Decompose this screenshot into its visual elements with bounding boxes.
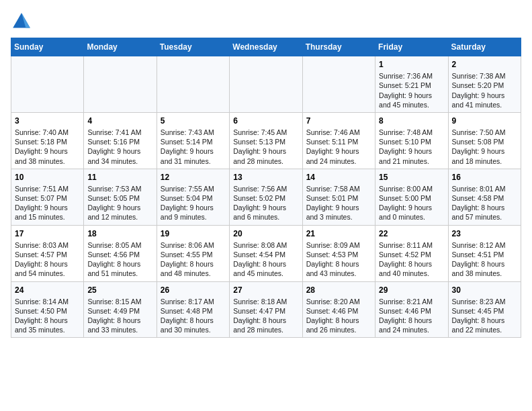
day-number: 27 bbox=[233, 285, 298, 295]
week-row-5: 24Sunrise: 8:14 AMSunset: 4:50 PMDayligh… bbox=[11, 281, 521, 338]
day-number: 11 bbox=[87, 172, 152, 183]
day-info: Sunrise: 8:21 AMSunset: 4:46 PMDaylight:… bbox=[379, 297, 444, 335]
day-info: Sunrise: 8:01 AMSunset: 4:58 PMDaylight:… bbox=[452, 184, 517, 222]
day-cell bbox=[230, 56, 302, 113]
day-number: 16 bbox=[452, 172, 517, 183]
header bbox=[11, 11, 521, 32]
day-info: Sunrise: 7:41 AMSunset: 5:16 PMDaylight:… bbox=[87, 128, 152, 166]
day-cell: 24Sunrise: 8:14 AMSunset: 4:50 PMDayligh… bbox=[11, 281, 84, 338]
day-number: 17 bbox=[15, 228, 80, 239]
day-cell: 5Sunrise: 7:43 AMSunset: 5:14 PMDaylight… bbox=[157, 112, 229, 169]
day-info: Sunrise: 7:53 AMSunset: 5:05 PMDaylight:… bbox=[87, 184, 152, 222]
day-cell: 19Sunrise: 8:06 AMSunset: 4:55 PMDayligh… bbox=[157, 225, 229, 281]
day-cell: 18Sunrise: 8:05 AMSunset: 4:56 PMDayligh… bbox=[84, 225, 157, 281]
day-cell: 29Sunrise: 8:21 AMSunset: 4:46 PMDayligh… bbox=[375, 281, 448, 338]
day-info: Sunrise: 7:56 AMSunset: 5:02 PMDaylight:… bbox=[233, 184, 298, 222]
day-number: 3 bbox=[15, 116, 80, 126]
day-number: 19 bbox=[161, 228, 226, 239]
day-info: Sunrise: 7:55 AMSunset: 5:04 PMDaylight:… bbox=[161, 184, 226, 222]
day-info: Sunrise: 8:09 AMSunset: 4:53 PMDaylight:… bbox=[306, 240, 371, 279]
day-cell bbox=[84, 56, 157, 113]
day-cell: 16Sunrise: 8:01 AMSunset: 4:58 PMDayligh… bbox=[448, 169, 521, 225]
day-info: Sunrise: 8:14 AMSunset: 4:50 PMDaylight:… bbox=[15, 297, 80, 335]
day-number: 22 bbox=[379, 228, 444, 239]
day-cell: 26Sunrise: 8:17 AMSunset: 4:48 PMDayligh… bbox=[157, 281, 229, 338]
day-cell: 20Sunrise: 8:08 AMSunset: 4:54 PMDayligh… bbox=[230, 225, 302, 281]
day-info: Sunrise: 7:45 AMSunset: 5:13 PMDaylight:… bbox=[233, 128, 298, 166]
day-cell bbox=[302, 56, 375, 113]
day-info: Sunrise: 7:38 AMSunset: 5:20 PMDaylight:… bbox=[452, 71, 517, 109]
day-cell: 23Sunrise: 8:12 AMSunset: 4:51 PMDayligh… bbox=[448, 225, 521, 281]
day-number: 12 bbox=[161, 172, 226, 183]
day-cell: 30Sunrise: 8:23 AMSunset: 4:45 PMDayligh… bbox=[448, 281, 521, 338]
day-cell: 1Sunrise: 7:36 AMSunset: 5:21 PMDaylight… bbox=[375, 56, 448, 113]
day-info: Sunrise: 7:36 AMSunset: 5:21 PMDaylight:… bbox=[379, 71, 444, 109]
day-info: Sunrise: 7:43 AMSunset: 5:14 PMDaylight:… bbox=[161, 128, 226, 166]
day-number: 28 bbox=[306, 285, 371, 295]
day-cell: 9Sunrise: 7:50 AMSunset: 5:08 PMDaylight… bbox=[448, 112, 521, 169]
day-number: 13 bbox=[233, 172, 298, 183]
day-info: Sunrise: 7:40 AMSunset: 5:18 PMDaylight:… bbox=[15, 128, 80, 166]
day-number: 5 bbox=[161, 116, 226, 126]
day-cell: 21Sunrise: 8:09 AMSunset: 4:53 PMDayligh… bbox=[302, 225, 375, 281]
day-number: 24 bbox=[15, 285, 80, 295]
day-number: 8 bbox=[379, 116, 444, 126]
day-number: 15 bbox=[379, 172, 444, 183]
day-cell: 6Sunrise: 7:45 AMSunset: 5:13 PMDaylight… bbox=[230, 112, 302, 169]
day-info: Sunrise: 8:11 AMSunset: 4:52 PMDaylight:… bbox=[379, 240, 444, 279]
day-cell: 8Sunrise: 7:48 AMSunset: 5:10 PMDaylight… bbox=[375, 112, 448, 169]
day-info: Sunrise: 7:50 AMSunset: 5:08 PMDaylight:… bbox=[452, 128, 517, 166]
day-info: Sunrise: 8:23 AMSunset: 4:45 PMDaylight:… bbox=[452, 297, 517, 335]
day-cell: 4Sunrise: 7:41 AMSunset: 5:16 PMDaylight… bbox=[84, 112, 157, 169]
day-number: 9 bbox=[452, 116, 517, 126]
day-info: Sunrise: 7:58 AMSunset: 5:01 PMDaylight:… bbox=[306, 184, 371, 222]
day-info: Sunrise: 8:06 AMSunset: 4:55 PMDaylight:… bbox=[161, 240, 226, 279]
day-info: Sunrise: 7:51 AMSunset: 5:07 PMDaylight:… bbox=[15, 184, 80, 222]
col-header-thursday: Thursday bbox=[302, 38, 375, 56]
day-cell: 28Sunrise: 8:20 AMSunset: 4:46 PMDayligh… bbox=[302, 281, 375, 338]
week-row-1: 1Sunrise: 7:36 AMSunset: 5:21 PMDaylight… bbox=[11, 56, 521, 113]
day-number: 14 bbox=[306, 172, 371, 183]
col-header-sunday: Sunday bbox=[11, 38, 84, 56]
day-cell: 12Sunrise: 7:55 AMSunset: 5:04 PMDayligh… bbox=[157, 169, 229, 225]
day-cell bbox=[11, 56, 84, 113]
day-cell: 10Sunrise: 7:51 AMSunset: 5:07 PMDayligh… bbox=[11, 169, 84, 225]
day-info: Sunrise: 8:18 AMSunset: 4:47 PMDaylight:… bbox=[233, 297, 298, 335]
day-cell: 27Sunrise: 8:18 AMSunset: 4:47 PMDayligh… bbox=[230, 281, 302, 338]
day-info: Sunrise: 8:15 AMSunset: 4:49 PMDaylight:… bbox=[87, 297, 152, 335]
logo-icon bbox=[11, 11, 32, 32]
day-number: 2 bbox=[452, 59, 517, 70]
day-cell: 13Sunrise: 7:56 AMSunset: 5:02 PMDayligh… bbox=[230, 169, 302, 225]
col-header-monday: Monday bbox=[84, 38, 157, 56]
day-cell: 17Sunrise: 8:03 AMSunset: 4:57 PMDayligh… bbox=[11, 225, 84, 281]
logo bbox=[11, 11, 35, 32]
col-header-saturday: Saturday bbox=[448, 38, 521, 56]
day-number: 23 bbox=[452, 228, 517, 239]
day-cell: 11Sunrise: 7:53 AMSunset: 5:05 PMDayligh… bbox=[84, 169, 157, 225]
day-number: 7 bbox=[306, 116, 371, 126]
week-row-3: 10Sunrise: 7:51 AMSunset: 5:07 PMDayligh… bbox=[11, 169, 521, 225]
day-info: Sunrise: 8:00 AMSunset: 5:00 PMDaylight:… bbox=[379, 184, 444, 222]
col-header-tuesday: Tuesday bbox=[157, 38, 229, 56]
day-info: Sunrise: 8:17 AMSunset: 4:48 PMDaylight:… bbox=[161, 297, 226, 335]
day-info: Sunrise: 8:12 AMSunset: 4:51 PMDaylight:… bbox=[452, 240, 517, 279]
day-cell: 25Sunrise: 8:15 AMSunset: 4:49 PMDayligh… bbox=[84, 281, 157, 338]
day-number: 21 bbox=[306, 228, 371, 239]
day-info: Sunrise: 8:08 AMSunset: 4:54 PMDaylight:… bbox=[233, 240, 298, 279]
day-info: Sunrise: 8:03 AMSunset: 4:57 PMDaylight:… bbox=[15, 240, 80, 279]
day-cell: 15Sunrise: 8:00 AMSunset: 5:00 PMDayligh… bbox=[375, 169, 448, 225]
day-number: 6 bbox=[233, 116, 298, 126]
week-row-4: 17Sunrise: 8:03 AMSunset: 4:57 PMDayligh… bbox=[11, 225, 521, 281]
day-info: Sunrise: 8:05 AMSunset: 4:56 PMDaylight:… bbox=[87, 240, 152, 279]
week-row-2: 3Sunrise: 7:40 AMSunset: 5:18 PMDaylight… bbox=[11, 112, 521, 169]
day-number: 29 bbox=[379, 285, 444, 295]
col-header-wednesday: Wednesday bbox=[230, 38, 302, 56]
day-info: Sunrise: 8:20 AMSunset: 4:46 PMDaylight:… bbox=[306, 297, 371, 335]
day-number: 20 bbox=[233, 228, 298, 239]
day-number: 30 bbox=[452, 285, 517, 295]
day-number: 10 bbox=[15, 172, 80, 183]
column-headers: SundayMondayTuesdayWednesdayThursdayFrid… bbox=[11, 38, 521, 56]
day-cell bbox=[157, 56, 229, 113]
day-number: 4 bbox=[87, 116, 152, 126]
day-cell: 14Sunrise: 7:58 AMSunset: 5:01 PMDayligh… bbox=[302, 169, 375, 225]
